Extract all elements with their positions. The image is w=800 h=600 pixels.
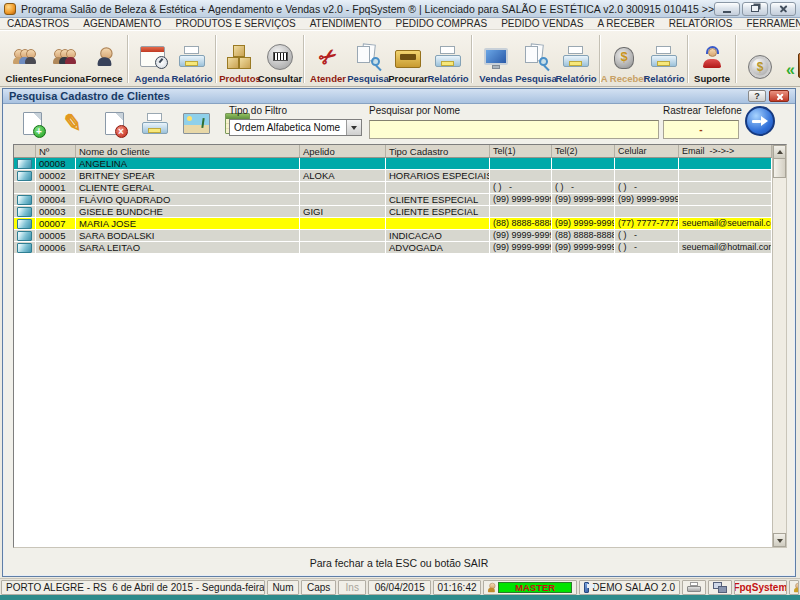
scroll-up-button[interactable] (773, 145, 786, 159)
close-button[interactable] (770, 2, 796, 16)
col-nome[interactable]: Nome do Cliente (76, 145, 300, 158)
cell-photo (14, 182, 36, 194)
status-user-panel: MASTER (483, 580, 578, 595)
edit-record-icon: ✎ (62, 108, 85, 137)
table-row[interactable]: 00001 CLIENTE GERAL ( ) - ( ) - ( ) - (14, 182, 772, 194)
toolbar-button-label: Suporte (694, 74, 730, 84)
toolbar-button-agenda[interactable]: Agenda (132, 33, 172, 85)
toolbar-button-agenda-relatorio[interactable]: Relatório (172, 33, 212, 85)
menu-cadastros[interactable]: CADASTROS (0, 18, 76, 29)
toolbar-button-atender[interactable]: ✂ Atender (308, 33, 348, 85)
clients-icon (13, 42, 36, 72)
photo-icon (17, 159, 32, 169)
toolbar-separator (127, 35, 129, 83)
cell-apelido (300, 230, 386, 242)
dialog-title: Pesquisa Cadastro de Clientes (9, 90, 748, 102)
print-button[interactable] (140, 107, 170, 139)
table-row[interactable]: 00007 MARIA JOSE (88) 8888-8888 (99) 999… (14, 218, 772, 230)
col-email[interactable]: Email ->->-> (679, 145, 772, 158)
col-tipo[interactable]: Tipo Cadastro (386, 145, 490, 158)
menu-a-receber[interactable]: A RECEBER (590, 18, 661, 29)
photo-button[interactable] (181, 107, 211, 139)
menu-ferramentas[interactable]: FERRAMENTAS (739, 18, 800, 29)
table-row[interactable]: 00006 SARA LEITAO ADVOGADA (99) 9999-999… (14, 242, 772, 254)
menu-atendimento[interactable]: ATENDIMENTO (303, 18, 389, 29)
toolbar-button-atendimento-pesquisa[interactable]: Pesquisa (348, 33, 388, 85)
go-search-button[interactable] (745, 106, 775, 136)
search-label: Pesquisar por Nome (369, 105, 659, 116)
table-row[interactable]: 00003 GISELE BUNDCHE GIGI CLIENTE ESPECI… (14, 206, 772, 218)
toolbar-button-suporte[interactable]: Suporte (692, 33, 732, 85)
toolbar-button-funcionarios[interactable]: Funciona (44, 33, 84, 85)
client-search-window: Pesquisa Cadastro de Clientes ? + ✎ × Ti… (2, 88, 796, 577)
toolbar-button-label: Funciona (43, 74, 85, 84)
col-celular[interactable]: Celular (615, 145, 679, 158)
status-brand: FpqSystem (734, 580, 787, 595)
cell-apelido (300, 182, 386, 194)
support-person-icon (701, 42, 723, 72)
scrollbar-track[interactable] (773, 178, 786, 533)
minimize-button[interactable] (714, 2, 740, 16)
table-row[interactable]: 00005 SARA BODALSKI INDICACAO (99) 9999-… (14, 230, 772, 242)
dialog-help-button[interactable]: ? (748, 90, 766, 102)
scrollbar-thumb[interactable] (773, 158, 786, 178)
filter-label: Tipo do Filtro (229, 105, 362, 116)
table-row[interactable]: 00004 FLÁVIO QUADRADO CLIENTE ESPECIAL (… (14, 194, 772, 206)
edit-record-button[interactable]: ✎ (58, 107, 88, 139)
col-photo[interactable] (14, 145, 36, 158)
delete-record-button[interactable]: × (99, 107, 129, 139)
scroll-down-button[interactable] (773, 533, 786, 547)
menu-produtos-servicos[interactable]: PRODUTOS E SERVIÇOS (168, 18, 302, 29)
col-apelido[interactable]: Apelido (300, 145, 386, 158)
restore-button[interactable] (742, 2, 768, 16)
toolbar-button-vendas-relatorio[interactable]: Relatório (556, 33, 596, 85)
cell-tel1 (490, 170, 552, 182)
toolbar-button-atendimento-relatorio[interactable]: Relatório (428, 33, 468, 85)
cell-celular: (77) 7777-7777 (615, 218, 679, 230)
cell-email (679, 182, 772, 194)
menu-agendamento[interactable]: AGENDAMENTO (76, 18, 168, 29)
dialog-close-button[interactable] (769, 90, 789, 102)
table-row[interactable]: 00002 BRITNEY SPEAR ALOKA HORARIOS ESPEC… (14, 170, 772, 182)
cell-celular: ( ) - (615, 230, 679, 242)
add-record-button[interactable]: + (17, 107, 47, 139)
phone-trace-input[interactable] (663, 120, 739, 139)
file-drawer-icon (395, 42, 421, 72)
toolbar-separator (735, 35, 737, 83)
menu-pedido-compras[interactable]: PEDIDO COMPRAS (388, 18, 494, 29)
status-caps-lock: Caps (301, 580, 337, 595)
toolbar-button-fornecedores[interactable]: Fornece (84, 33, 124, 85)
table-row[interactable]: 00008 ANGELINA (14, 158, 772, 170)
col-num[interactable]: Nº (36, 145, 76, 158)
company-name: DEMO SALAO 2.0 (592, 582, 675, 593)
delete-record-icon: × (105, 112, 124, 135)
cell-tel2: (99) 9999-9999 (552, 218, 615, 230)
toolbar-button-consultar[interactable]: Consultar (260, 33, 300, 85)
search-name-input[interactable] (369, 120, 659, 139)
menu-pedido-vendas[interactable]: PEDIDO VENDAS (494, 18, 590, 29)
col-tel1[interactable]: Tel(1) (490, 145, 552, 158)
cell-tipo: INDICACAO (386, 230, 490, 242)
dropdown-arrow-button[interactable] (346, 120, 361, 135)
menu-relatorios[interactable]: RELATÓRIOS (662, 18, 740, 29)
toolbar-button-procurar[interactable]: Procurar (388, 33, 428, 85)
toolbar-button-clientes[interactable]: Clientes (4, 33, 44, 85)
filter-dropdown[interactable]: Ordem Alfabetica Nome (229, 119, 362, 136)
toolbar-button-a-receber[interactable]: $ A Receber (604, 33, 644, 85)
toolbar-button-receber-relatorio[interactable]: Relatório (644, 33, 684, 85)
toolbar-button-exit[interactable]: « EXIT (780, 33, 800, 85)
toolbar-button-label: Agenda (135, 74, 170, 84)
add-record-icon: + (23, 112, 42, 135)
vertical-scrollbar[interactable] (772, 145, 786, 547)
coin-icon: $ (748, 52, 772, 82)
window-title: Programa Salão de Beleza & Estética + Ag… (21, 3, 714, 15)
toolbar-button-vendas-pesquisa[interactable]: Pesquisa (516, 33, 556, 85)
toolbar-button-coin[interactable]: $ (740, 33, 780, 85)
printer-icon (435, 42, 461, 72)
toolbar-button-vendas[interactable]: Vendas (476, 33, 516, 85)
col-tel2[interactable]: Tel(2) (552, 145, 615, 158)
cell-email (679, 230, 772, 242)
phone-block: Rastrear Telefone (663, 105, 742, 139)
triangle-up-icon (777, 150, 783, 154)
toolbar-button-produtos[interactable]: Produtos (220, 33, 260, 85)
